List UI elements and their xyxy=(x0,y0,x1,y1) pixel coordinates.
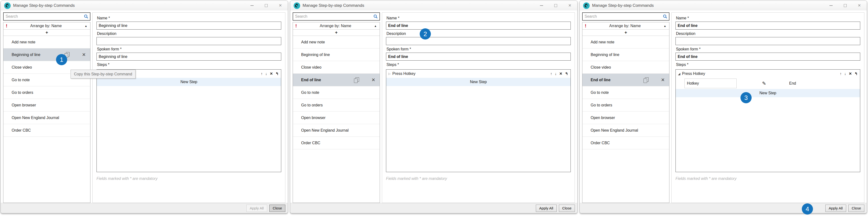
delete-command-icon[interactable]: ✕ xyxy=(371,77,375,83)
minimize-button[interactable] xyxy=(830,5,833,6)
list-item[interactable]: Open New England Journal ✕ xyxy=(3,112,90,124)
list-item[interactable]: Open browser ✕ xyxy=(582,112,669,124)
move-step-up-icon[interactable]: ↑ xyxy=(261,71,263,76)
name-label: Name * xyxy=(676,16,860,20)
list-item-label: Order CBC xyxy=(293,141,320,145)
list-item[interactable]: Go to orders ✕ xyxy=(293,99,380,112)
list-item[interactable]: End of line ✕ xyxy=(293,74,380,86)
description-label: Description xyxy=(97,32,281,36)
remove-step-icon[interactable]: ✕ xyxy=(270,71,273,76)
close-button[interactable]: Close xyxy=(848,205,864,212)
name-field[interactable] xyxy=(676,22,860,30)
list-item[interactable]: Open New England Journal ✕ xyxy=(582,124,669,137)
list-item[interactable]: Order CBC ✕ xyxy=(293,137,380,149)
expander-icon[interactable]: ▷ xyxy=(389,72,391,75)
move-step-down-icon[interactable]: ↓ xyxy=(555,71,557,76)
close-window-button[interactable]: ✕ xyxy=(568,4,571,7)
list-item[interactable]: Open New England Journal ✕ xyxy=(293,124,380,137)
arrange-header[interactable]: ! Arrange by: Name ▲ xyxy=(3,22,90,30)
list-item-label: Beginning of line xyxy=(3,53,40,57)
delete-command-icon[interactable]: ✕ xyxy=(661,77,665,83)
move-step-up-icon[interactable]: ↑ xyxy=(840,71,842,76)
list-item[interactable]: Go to orders ✕ xyxy=(582,99,669,112)
new-step-button[interactable]: New Step xyxy=(676,89,860,97)
spoken-form-label: Spoken form * xyxy=(676,47,860,52)
copy-command-icon[interactable] xyxy=(354,77,359,83)
list-item[interactable]: Go to note ✕ xyxy=(582,86,669,99)
move-step-up-icon[interactable]: ↑ xyxy=(550,71,552,76)
spoken-form-field[interactable] xyxy=(96,53,281,61)
add-command-button[interactable]: + xyxy=(582,30,669,36)
search-input[interactable] xyxy=(3,12,90,21)
search-input[interactable] xyxy=(582,12,670,21)
step-press-hotkey[interactable]: ▷ Press Hotkey ↑ ↓ ✕ ↰ xyxy=(386,69,570,78)
close-icon: ✕ xyxy=(568,4,571,7)
copy-command-icon[interactable] xyxy=(644,77,648,83)
apply-all-button[interactable]: Apply All xyxy=(825,205,846,212)
name-field[interactable] xyxy=(386,22,571,30)
edit-pencil-icon[interactable]: ✎ xyxy=(762,81,766,86)
list-item[interactable]: Add new note ✕ xyxy=(582,36,669,49)
add-command-button[interactable]: + xyxy=(3,30,90,36)
window-content: ! Arrange by: Name ▲ + Add new note ✕ xyxy=(580,10,867,203)
search-icon xyxy=(663,14,668,19)
list-item[interactable]: Go to orders ✕ xyxy=(3,86,90,99)
list-item[interactable]: Close video ✕ xyxy=(293,61,380,74)
hotkey-field[interactable]: Hotkey xyxy=(684,79,737,88)
expander-icon[interactable]: ◢ xyxy=(678,72,680,75)
apply-all-button[interactable]: Apply All xyxy=(536,205,557,212)
close-button[interactable]: Close xyxy=(269,205,285,212)
remove-step-icon[interactable]: ✕ xyxy=(559,71,562,76)
list-item[interactable]: Open browser ✕ xyxy=(3,99,90,112)
collapse-arrow-icon: ▲ xyxy=(663,25,666,27)
command-list-pane: ! Arrange by: Name ▲ + Add new note ✕ xyxy=(3,12,90,203)
list-item[interactable]: End of line ✕ xyxy=(582,74,669,86)
arrange-header[interactable]: ! Arrange by: Name ▲ xyxy=(293,22,380,30)
list-item[interactable]: Close video ✕ xyxy=(582,61,669,74)
name-field[interactable] xyxy=(96,22,281,30)
minimize-button[interactable] xyxy=(250,5,254,6)
undo-step-icon[interactable]: ↰ xyxy=(565,71,568,76)
move-step-down-icon[interactable]: ↓ xyxy=(844,71,846,76)
spoken-form-field[interactable] xyxy=(676,53,860,61)
minimize-button[interactable] xyxy=(540,5,543,6)
list-item[interactable]: Add new note ✕ xyxy=(293,36,380,49)
delete-command-icon[interactable]: ✕ xyxy=(82,52,86,58)
list-item[interactable]: Go to note ✕ xyxy=(293,86,380,99)
maximize-button[interactable] xyxy=(265,4,268,7)
new-step-button[interactable]: New Step xyxy=(386,78,570,86)
list-item[interactable]: Add new note ✕ xyxy=(3,36,90,49)
step-press-hotkey[interactable]: ◢ Press Hotkey ↑ ↓ ✕ ↰ xyxy=(676,69,860,78)
list-item[interactable]: Beginning of line ✕ xyxy=(582,49,669,61)
close-icon: ✕ xyxy=(279,4,282,7)
name-label: Name * xyxy=(97,16,281,20)
close-window-button[interactable]: ✕ xyxy=(279,4,282,7)
new-step-button[interactable]: New Step xyxy=(97,78,281,86)
list-item-label: Add new note xyxy=(3,40,35,44)
close-window-button[interactable]: ✕ xyxy=(858,4,861,7)
name-label: Name * xyxy=(386,16,571,20)
search-input[interactable] xyxy=(293,12,380,21)
remove-step-icon[interactable]: ✕ xyxy=(849,71,852,76)
arrange-header[interactable]: ! Arrange by: Name ▲ xyxy=(582,22,669,30)
move-step-down-icon[interactable]: ↓ xyxy=(265,71,267,76)
maximize-button[interactable] xyxy=(844,4,847,7)
list-item[interactable]: Beginning of line ✕ xyxy=(3,49,90,61)
list-item[interactable]: Open browser ✕ xyxy=(293,112,380,124)
list-item[interactable]: Beginning of line ✕ xyxy=(293,49,380,61)
collapse-arrow-icon: ▲ xyxy=(374,25,377,27)
undo-step-icon[interactable]: ↰ xyxy=(275,71,279,76)
list-item-label: Close video xyxy=(293,65,321,69)
apply-all-button[interactable]: Apply All xyxy=(246,205,267,212)
description-field[interactable] xyxy=(96,37,281,45)
add-command-button[interactable]: + xyxy=(293,30,380,36)
maximize-button[interactable] xyxy=(554,4,557,7)
spoken-form-field[interactable] xyxy=(386,53,571,61)
steps-list: ▷ Press Hotkey ↑ ↓ ✕ ↰ New Step xyxy=(96,69,281,172)
undo-step-icon[interactable]: ↰ xyxy=(855,71,858,76)
description-field[interactable] xyxy=(386,37,571,45)
description-field[interactable] xyxy=(676,37,860,45)
list-item[interactable]: Order CBC ✕ xyxy=(3,124,90,137)
close-button[interactable]: Close xyxy=(559,205,575,212)
list-item[interactable]: Order CBC ✕ xyxy=(582,137,669,149)
